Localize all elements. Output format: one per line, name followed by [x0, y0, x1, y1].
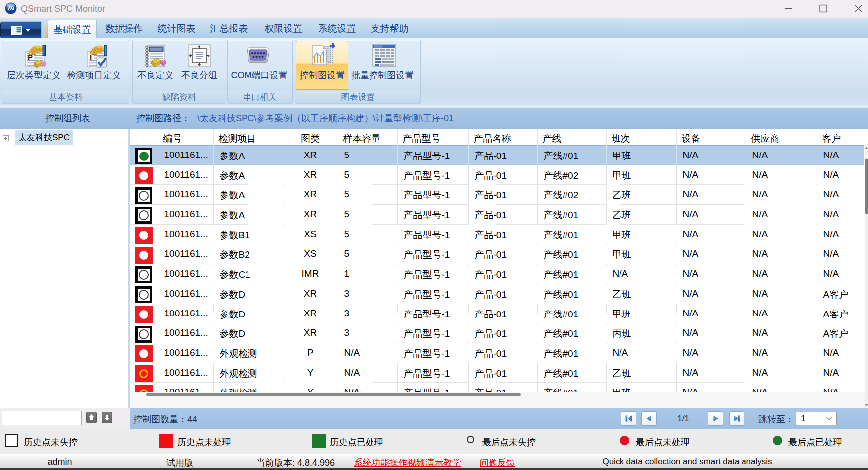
svg-text:I: I [90, 53, 92, 61]
svg-text:P: P [28, 53, 33, 61]
